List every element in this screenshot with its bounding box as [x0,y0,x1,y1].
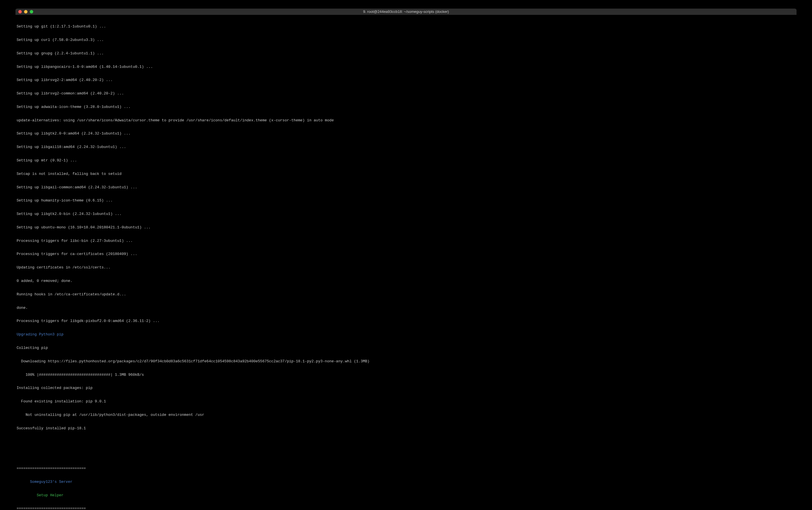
blank-line [17,453,795,457]
maximize-icon[interactable] [30,10,33,13]
output-line: Found existing installation: pip 9.0.1 [17,399,795,404]
menu-divider: =============================== [17,466,795,471]
output-line: update-alternatives: using /usr/share/ic… [17,118,795,123]
output-line: Setting up librsvg2-common:amd64 (2.40.2… [17,91,795,96]
output-line: Collecting pip [17,346,795,350]
output-line: Updating certificates in /etc/ssl/certs.… [17,265,795,270]
menu-divider: =============================== [17,506,795,510]
menu-subheader: Setup Helper [17,493,795,498]
terminal-window: 9. root@244ea93ccb18: ~/someguy-scripts … [16,8,796,510]
output-line: Setting up mtr (0.92-1) ... [17,158,795,163]
output-line: Setting up ubuntu-mono (16.10+18.04.2018… [17,225,795,230]
output-line: Setting up git (1:2.17.1-1ubuntu0.1) ... [17,24,795,29]
output-line: Processing triggers for ca-certificates … [17,252,795,257]
output-line: Not uninstalling pip at /usr/lib/python3… [17,413,795,417]
output-line-upgrade: Upgrading Python3 pip [17,332,795,337]
menu-header: Someguy123's Server [17,480,795,484]
terminal-content[interactable]: Setting up git (1:2.17.1-1ubuntu0.1) ...… [16,15,796,510]
output-line: 100% |################################| … [17,372,795,377]
output-line: Successfully installed pip-18.1 [17,426,795,431]
output-line: Downloading https://files.pythonhosted.o… [17,359,795,364]
output-line: Installing collected packages: pip [17,386,795,390]
blank-line [17,439,795,444]
output-line: Setting up libgail-common:amd64 (2.24.32… [17,185,795,190]
minimize-icon[interactable] [24,10,28,13]
output-line: Setting up libgtk2.0-bin (2.24.32-1ubunt… [17,212,795,216]
output-line: done. [17,306,795,310]
output-line: Running hooks in /etc/ca-certificates/up… [17,292,795,297]
titlebar: 9. root@244ea93ccb18: ~/someguy-scripts … [16,8,796,15]
output-line: Setcap is not installed, falling back to… [17,172,795,176]
output-line: Setting up adwaita-icon-theme (3.28.0-1u… [17,105,795,109]
output-line: 0 added, 0 removed; done. [17,279,795,283]
output-line: Setting up libpangocairo-1.0-0:amd64 (1.… [17,65,795,69]
close-icon[interactable] [18,10,22,13]
window-title: 9. root@244ea93ccb18: ~/someguy-scripts … [18,9,794,14]
output-line: Setting up libgail18:amd64 (2.24.32-1ubu… [17,145,795,149]
output-line: Setting up curl (7.58.0-2ubuntu3.3) ... [17,38,795,42]
output-line: Setting up libgtk2.0-0:amd64 (2.24.32-1u… [17,131,795,136]
output-line: Processing triggers for libgdk-pixbuf2.0… [17,319,795,323]
output-line: Setting up gnupg (2.2.4-1ubuntu1.1) ... [17,51,795,56]
traffic-lights [18,10,33,13]
output-line: Processing triggers for libc-bin (2.27-3… [17,239,795,243]
output-line: Setting up librsvg2-2:amd64 (2.40.20-2) … [17,78,795,83]
output-line: Setting up humanity-icon-theme (0.6.15) … [17,198,795,203]
